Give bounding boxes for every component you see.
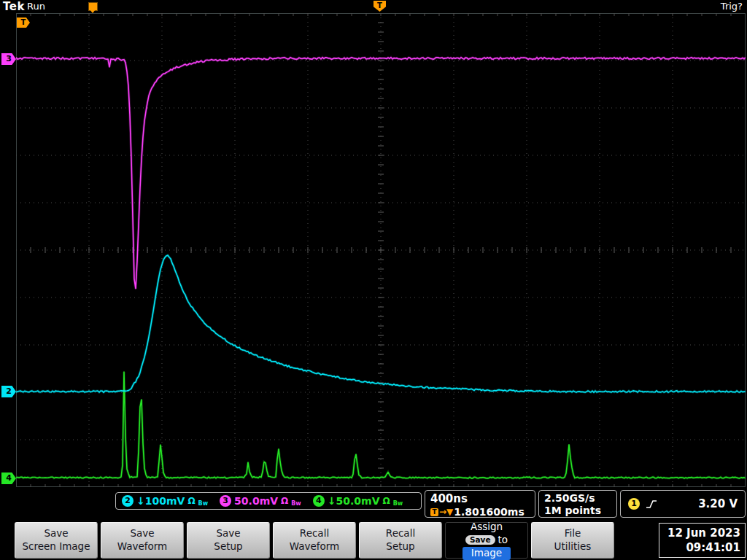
waveform-svg (16, 13, 746, 487)
button-label: Waveform (117, 540, 168, 553)
horizontal-readout[interactable]: 400ns T →▼ 1.801600ms (425, 490, 535, 518)
sample-rate: 2.50GS/s (544, 492, 611, 505)
channel3-scale: 50.0mV (234, 495, 278, 507)
assign-row: Save to (465, 534, 508, 547)
button-label: Utilities (554, 540, 592, 553)
assign-target: Image (462, 547, 511, 560)
recall-waveform-button[interactable]: Recall Waveform (273, 522, 356, 559)
channel4-position-marker[interactable]: 4 (1, 472, 16, 484)
trigger-status: Trig? (721, 1, 743, 12)
button-label: Assign (471, 521, 503, 534)
record-length: 1M points (544, 505, 611, 517)
button-label: Screen Image (23, 540, 90, 553)
channel2-bandwidth-icon: Bw (198, 500, 209, 507)
timebase-value: 400ns (430, 492, 530, 505)
delay-value: 1.801600ms (454, 506, 524, 518)
button-label: Save (44, 527, 68, 540)
button-label: Setup (214, 540, 242, 553)
acquisition-readout[interactable]: 2.50GS/s 1M points (538, 490, 617, 518)
button-label: Setup (386, 540, 414, 553)
channel2-coupling: Ω (187, 496, 195, 506)
button-label: Recall (386, 527, 415, 540)
delay-arrow-icon: →▼ (439, 507, 453, 517)
expansion-point-marker (88, 2, 98, 11)
tek-logo: Tek (3, 0, 25, 13)
channel3-position-marker[interactable]: 3 (1, 53, 16, 65)
recall-setup-button[interactable]: Recall Setup (359, 522, 442, 559)
trigger-t-icon: T (430, 508, 438, 516)
time-value: 09:41:01 (686, 540, 740, 555)
acquisition-status: Run (27, 1, 45, 12)
waveform-display (16, 13, 746, 487)
date-time-display: 12 Jun 2023 09:41:01 (659, 523, 746, 558)
button-label: to (498, 534, 508, 547)
channel4-bandwidth-icon: Bw (393, 500, 403, 507)
channel3-bandwidth-icon: Bw (291, 500, 301, 507)
save-waveform-button[interactable]: Save Waveform (101, 522, 184, 559)
channel3-badge: 3 (220, 495, 231, 507)
trigger-readout[interactable]: 1 3.20 V (620, 490, 746, 518)
channel2-badge: 2 (122, 495, 133, 507)
save-pill: Save (465, 535, 495, 545)
button-label: Waveform (290, 540, 340, 553)
channel4-coupling: Ω (382, 496, 390, 506)
channel2-scale: ↓100mV (136, 495, 185, 507)
channel4-scale: ↓50.0mV (328, 495, 380, 507)
date-value: 12 Jun 2023 (667, 526, 740, 540)
button-label: File (565, 527, 581, 540)
channel4-readout[interactable]: 4 ↓50.0mV Ω Bw (313, 495, 403, 507)
channel2-readout[interactable]: 2 ↓100mV Ω Bw (122, 495, 208, 507)
file-utilities-button[interactable]: File Utilities (531, 522, 614, 559)
assign-save-to-image-button[interactable]: Assign Save to Image (445, 522, 528, 559)
channel3-coupling: Ω (281, 496, 288, 506)
button-label: Recall (300, 527, 329, 540)
channel2-position-marker[interactable]: 2 (1, 386, 16, 397)
trigger-level-value: 3.20 V (698, 497, 738, 510)
delay-readout: T →▼ 1.801600ms (430, 506, 530, 518)
save-screen-image-button[interactable]: Save Screen Image (15, 522, 98, 559)
channel3-readout[interactable]: 3 50.0mV Ω Bw (220, 495, 301, 507)
button-label: Save (130, 527, 154, 540)
trigger-source-badge: 1 (628, 498, 640, 510)
channel4-badge: 4 (313, 495, 325, 507)
button-label: Save (216, 527, 240, 540)
channel-readouts[interactable]: 2 ↓100mV Ω Bw 3 50.0mV Ω Bw 4 ↓50.0mV Ω … (115, 492, 422, 510)
expansion-triangle-icon (90, 9, 96, 13)
rising-edge-icon (646, 499, 657, 509)
oscilloscope-screen: Tek Run Trig? T T 3 2 4 2 ↓100mV Ω Bw 3 … (0, 0, 747, 560)
save-setup-button[interactable]: Save Setup (187, 522, 270, 559)
